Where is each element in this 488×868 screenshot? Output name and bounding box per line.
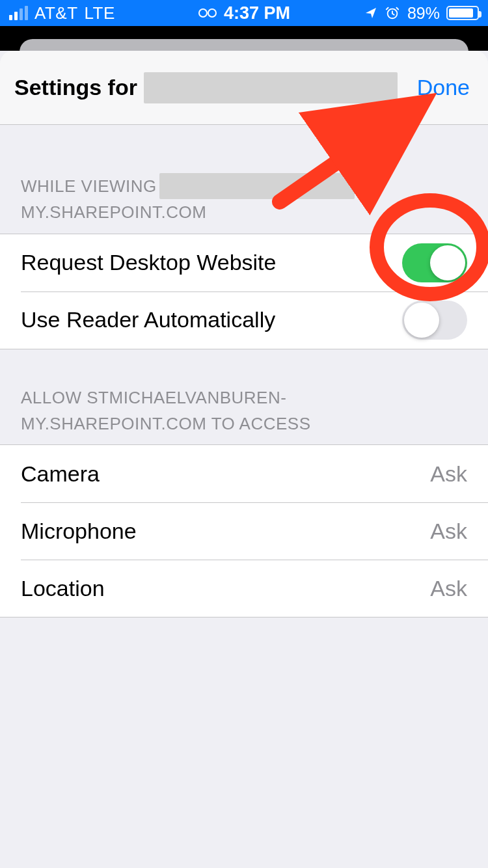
done-button[interactable]: Done bbox=[417, 75, 470, 100]
sheet-title: Settings for bbox=[14, 72, 398, 103]
section-header-line2-text: MY.SHAREPOINT.COM bbox=[21, 199, 467, 225]
background-strip bbox=[0, 26, 488, 51]
row-microphone[interactable]: Microphone Ask bbox=[0, 502, 488, 560]
redacted-site-name bbox=[144, 72, 398, 103]
alarm-icon bbox=[385, 6, 401, 20]
settings-group-permissions: Camera Ask Microphone Ask Location Ask bbox=[0, 444, 488, 617]
cell-signal-icon bbox=[9, 6, 28, 20]
battery-percent: 89% bbox=[407, 4, 440, 23]
background-card-peek bbox=[20, 39, 468, 52]
status-bar-left: AT&T LTE bbox=[9, 3, 115, 23]
row-request-desktop[interactable]: Request Desktop Website bbox=[0, 234, 488, 292]
network-label: LTE bbox=[85, 3, 115, 23]
battery-icon bbox=[446, 6, 479, 20]
status-bar-right: 89% bbox=[364, 4, 479, 23]
settings-sheet: Settings for Done WHILE VIEWING MY.SHARE… bbox=[0, 51, 488, 617]
row-use-reader[interactable]: Use Reader Automatically bbox=[0, 292, 488, 349]
section-header-allow-text: ALLOW STMICHAELVANBUREN-MY.SHAREPOINT.CO… bbox=[21, 385, 467, 437]
status-bar: AT&T LTE 4:37 PM 89% bbox=[0, 0, 488, 26]
row-value: Ask bbox=[430, 461, 467, 487]
row-label: Location bbox=[21, 576, 105, 601]
toggle-request-desktop[interactable] bbox=[402, 243, 467, 282]
settings-group-viewing: Request Desktop Website Use Reader Autom… bbox=[0, 234, 488, 349]
row-camera[interactable]: Camera Ask bbox=[0, 445, 488, 502]
row-label: Camera bbox=[21, 461, 100, 487]
status-bar-center: 4:37 PM bbox=[198, 3, 290, 23]
location-arrow-icon bbox=[364, 7, 379, 20]
svg-point-0 bbox=[199, 9, 207, 17]
row-label: Use Reader Automatically bbox=[21, 307, 275, 332]
section-header-line1-text: WHILE VIEWING bbox=[21, 173, 157, 199]
sheet-title-prefix: Settings for bbox=[14, 75, 137, 100]
row-value: Ask bbox=[430, 576, 467, 601]
section-header-allow-access: ALLOW STMICHAELVANBUREN-MY.SHAREPOINT.CO… bbox=[0, 349, 488, 445]
clock-time: 4:37 PM bbox=[224, 3, 290, 23]
redacted-domain-part bbox=[159, 173, 355, 199]
hotspot-icon bbox=[198, 8, 217, 18]
sheet-header: Settings for Done bbox=[0, 51, 488, 125]
svg-point-1 bbox=[208, 9, 216, 17]
carrier-label: AT&T bbox=[34, 3, 78, 23]
section-header-while-viewing: WHILE VIEWING MY.SHAREPOINT.COM bbox=[0, 125, 488, 234]
row-value: Ask bbox=[430, 519, 467, 544]
row-label: Microphone bbox=[21, 519, 137, 544]
toggle-use-reader[interactable] bbox=[402, 301, 467, 340]
row-label: Request Desktop Website bbox=[21, 250, 276, 275]
row-location[interactable]: Location Ask bbox=[0, 560, 488, 617]
